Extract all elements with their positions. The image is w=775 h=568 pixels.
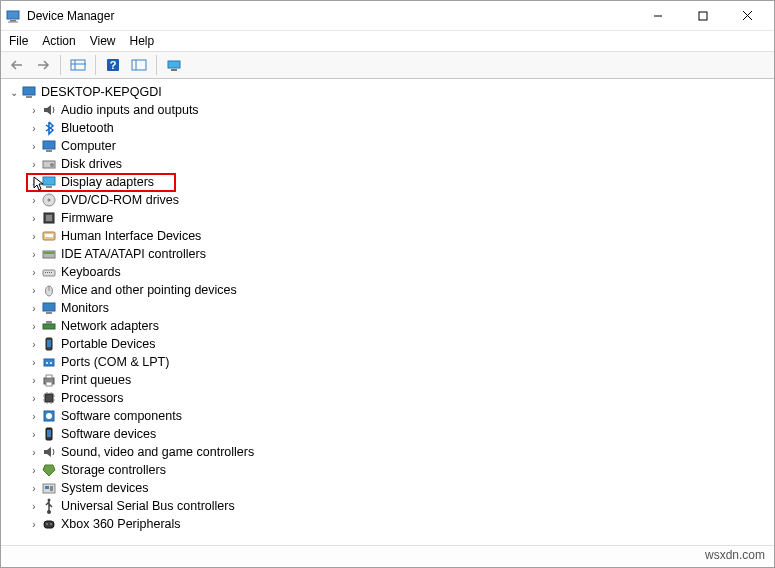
- root-label: DESKTOP-KEPQGDI: [41, 85, 162, 99]
- nav-back-icon[interactable]: [5, 54, 29, 76]
- category-monitor[interactable]: ›Monitors: [7, 299, 774, 317]
- category-keyboard[interactable]: ›Keyboards: [7, 263, 774, 281]
- category-print[interactable]: ›Print queues: [7, 371, 774, 389]
- expand-arrow-icon[interactable]: ›: [27, 429, 41, 440]
- expand-arrow-icon[interactable]: ›: [27, 501, 41, 512]
- svg-point-61: [46, 413, 52, 419]
- svg-rect-63: [47, 430, 51, 437]
- svg-point-47: [50, 362, 52, 364]
- expand-arrow-icon[interactable]: ›: [27, 159, 41, 170]
- expand-arrow-icon[interactable]: ›: [27, 339, 41, 350]
- firmware-icon: [41, 210, 57, 226]
- category-speaker[interactable]: ›Audio inputs and outputs: [7, 101, 774, 119]
- category-sound[interactable]: ›Sound, video and game controllers: [7, 443, 774, 461]
- menu-action[interactable]: Action: [42, 34, 75, 48]
- menu-file[interactable]: File: [9, 34, 28, 48]
- usb-icon: [41, 498, 57, 514]
- category-label: Firmware: [61, 211, 113, 225]
- scan-hardware-icon[interactable]: [162, 54, 186, 76]
- expand-arrow-icon[interactable]: ›: [27, 123, 41, 134]
- category-ide[interactable]: ›IDE ATA/ATAPI controllers: [7, 245, 774, 263]
- device-tree[interactable]: ⌄ DESKTOP-KEPQGDI ›Audio inputs and outp…: [1, 79, 774, 545]
- expand-arrow-icon[interactable]: ›: [27, 447, 41, 458]
- expand-arrow-icon[interactable]: ›: [27, 249, 41, 260]
- category-display[interactable]: ›Display adapters: [7, 173, 774, 191]
- category-label: Display adapters: [61, 175, 154, 189]
- expand-arrow-icon[interactable]: ›: [27, 465, 41, 476]
- category-swdev[interactable]: ›Software devices: [7, 425, 774, 443]
- category-computer[interactable]: ›Computer: [7, 137, 774, 155]
- category-label: Universal Serial Bus controllers: [61, 499, 235, 513]
- expand-arrow-icon[interactable]: ›: [27, 231, 41, 242]
- expand-arrow-icon[interactable]: ›: [27, 303, 41, 314]
- svg-rect-66: [50, 486, 53, 491]
- category-disk[interactable]: ›Disk drives: [7, 155, 774, 173]
- sound-icon: [41, 444, 57, 460]
- category-dvd[interactable]: ›DVD/CD-ROM drives: [7, 191, 774, 209]
- expand-arrow-icon[interactable]: ›: [27, 105, 41, 116]
- tree-root-node[interactable]: ⌄ DESKTOP-KEPQGDI: [7, 83, 774, 101]
- expand-arrow-icon[interactable]: ›: [27, 321, 41, 332]
- category-bluetooth[interactable]: ›Bluetooth: [7, 119, 774, 137]
- expand-arrow-icon[interactable]: ›: [27, 285, 41, 296]
- category-storage[interactable]: ›Storage controllers: [7, 461, 774, 479]
- menu-bar: File Action View Help: [1, 31, 774, 51]
- network-icon: [41, 318, 57, 334]
- category-portable[interactable]: ›Portable Devices: [7, 335, 774, 353]
- svg-rect-18: [43, 141, 55, 149]
- collapse-arrow-icon[interactable]: ⌄: [7, 87, 21, 98]
- svg-point-21: [50, 163, 54, 167]
- storage-icon: [41, 462, 57, 478]
- expand-arrow-icon[interactable]: ›: [27, 375, 41, 386]
- svg-rect-35: [49, 272, 50, 273]
- expand-arrow-icon[interactable]: ›: [27, 195, 41, 206]
- category-ports[interactable]: ›Ports (COM & LPT): [7, 353, 774, 371]
- category-cpu[interactable]: ›Processors: [7, 389, 774, 407]
- nav-forward-icon[interactable]: [31, 54, 55, 76]
- svg-rect-36: [51, 272, 52, 273]
- portable-icon: [41, 336, 57, 352]
- status-bar: [1, 545, 774, 567]
- svg-rect-39: [43, 303, 55, 311]
- minimize-button[interactable]: [635, 1, 680, 30]
- category-system[interactable]: ›System devices: [7, 479, 774, 497]
- menu-help[interactable]: Help: [130, 34, 155, 48]
- svg-rect-40: [46, 312, 52, 314]
- expand-arrow-icon[interactable]: ›: [27, 177, 41, 188]
- expand-arrow-icon[interactable]: ›: [27, 141, 41, 152]
- action-icon[interactable]: [127, 54, 151, 76]
- expand-arrow-icon[interactable]: ›: [27, 411, 41, 422]
- category-label: Audio inputs and outputs: [61, 103, 199, 117]
- ide-icon: [41, 246, 57, 262]
- close-button[interactable]: [725, 1, 770, 30]
- category-label: Sound, video and game controllers: [61, 445, 254, 459]
- svg-rect-12: [132, 60, 146, 70]
- category-label: Ports (COM & LPT): [61, 355, 169, 369]
- expand-arrow-icon[interactable]: ›: [27, 267, 41, 278]
- category-firmware[interactable]: ›Firmware: [7, 209, 774, 227]
- system-icon: [41, 480, 57, 496]
- category-label: Xbox 360 Peripherals: [61, 517, 181, 531]
- svg-rect-1: [10, 20, 16, 22]
- svg-rect-29: [45, 234, 53, 237]
- ports-icon: [41, 354, 57, 370]
- expand-arrow-icon[interactable]: ›: [27, 213, 41, 224]
- category-mouse[interactable]: ›Mice and other pointing devices: [7, 281, 774, 299]
- category-hid[interactable]: ›Human Interface Devices: [7, 227, 774, 245]
- category-usb[interactable]: ›Universal Serial Bus controllers: [7, 497, 774, 515]
- expand-arrow-icon[interactable]: ›: [27, 519, 41, 530]
- menu-view[interactable]: View: [90, 34, 116, 48]
- expand-arrow-icon[interactable]: ›: [27, 483, 41, 494]
- help-icon[interactable]: ?: [101, 54, 125, 76]
- category-label: DVD/CD-ROM drives: [61, 193, 179, 207]
- category-xbox[interactable]: ›Xbox 360 Peripherals: [7, 515, 774, 533]
- svg-rect-45: [44, 359, 54, 366]
- show-hidden-icon[interactable]: [66, 54, 90, 76]
- maximize-button[interactable]: [680, 1, 725, 30]
- category-label: Keyboards: [61, 265, 121, 279]
- category-swcomp[interactable]: ›Software components: [7, 407, 774, 425]
- expand-arrow-icon[interactable]: ›: [27, 357, 41, 368]
- category-network[interactable]: ›Network adapters: [7, 317, 774, 335]
- expand-arrow-icon[interactable]: ›: [27, 393, 41, 404]
- svg-point-70: [50, 523, 52, 525]
